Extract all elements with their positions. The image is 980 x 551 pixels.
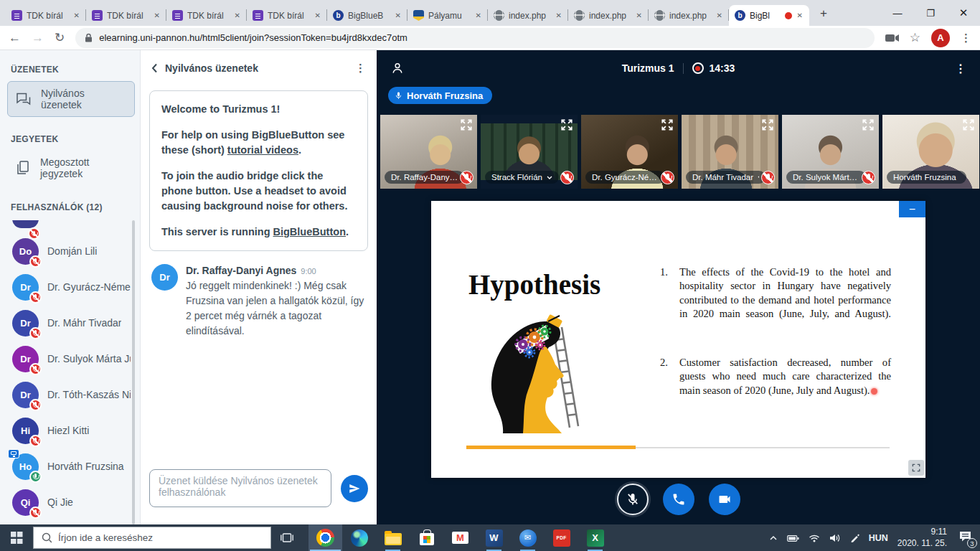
start-button[interactable]: [0, 524, 33, 551]
video-fullscreen-icon[interactable]: [760, 118, 775, 132]
user-list-item-partial[interactable]: [12, 220, 135, 233]
user-list-item[interactable]: Qi Qi Jie: [7, 484, 135, 520]
mute-button[interactable]: [617, 484, 649, 515]
message-input[interactable]: [149, 469, 331, 507]
tray-chevron-up-icon[interactable]: [769, 535, 778, 541]
bigbluebutton-link[interactable]: BigBlueButton: [273, 226, 346, 237]
tab-close-icon[interactable]: ✕: [314, 11, 321, 19]
omnibox[interactable]: elearning.uni-pannon.hu/html5client/join…: [75, 28, 875, 48]
tab-close-icon[interactable]: ✕: [716, 11, 723, 19]
browser-tab[interactable]: TDK bírál ✕: [247, 5, 327, 26]
taskbar-edge-icon[interactable]: [342, 524, 376, 551]
tab-close-icon[interactable]: ✕: [796, 11, 804, 19]
refresh-icon[interactable]: ↻: [55, 32, 65, 44]
browser-tab[interactable]: index.php ✕: [488, 5, 568, 26]
browser-tab[interactable]: Pályamu ✕: [407, 5, 488, 26]
hangup-phone-button[interactable]: [663, 484, 694, 515]
browser-tab[interactable]: index.php ✕: [649, 5, 729, 26]
taskbar-excel-icon[interactable]: [578, 524, 612, 551]
bookmark-star-icon[interactable]: ☆: [910, 32, 920, 44]
browser-tab[interactable]: TDK bírál ✕: [6, 5, 86, 26]
user-list-item[interactable]: Dr Dr. Gyurácz-Német…: [7, 269, 135, 305]
pen-icon[interactable]: [850, 533, 859, 542]
video-name-label[interactable]: Dr. Gyurácz-Né…: [585, 171, 665, 184]
taskbar-gmail-icon[interactable]: [443, 524, 477, 551]
tab-close-icon[interactable]: ✕: [555, 11, 562, 19]
talking-indicator-pill[interactable]: Horváth Fruzsina: [388, 87, 492, 104]
wifi-icon[interactable]: [809, 534, 820, 542]
browser-tab[interactable]: TDK bírál ✕: [166, 5, 247, 26]
sidebar-item-shared-notes[interactable]: Megosztott jegyzetek: [7, 151, 135, 185]
notification-center-icon[interactable]: 3: [959, 531, 971, 545]
video-fullscreen-icon[interactable]: [459, 118, 473, 132]
taskbar-word-icon[interactable]: [477, 524, 511, 551]
video-name-label[interactable]: Dr. Raffay-Dany…: [385, 171, 464, 184]
stage-menu-icon[interactable]: ⋮: [955, 62, 966, 75]
webcam-button[interactable]: [709, 484, 740, 515]
user-list-scrollbar[interactable]: [132, 220, 135, 524]
user-list-item[interactable]: Dr Dr. Máhr Tivadar: [7, 305, 135, 341]
user-list-item[interactable]: Hi Hiezl Kitti: [7, 413, 135, 448]
battery-icon[interactable]: [787, 534, 799, 542]
user-list-item[interactable]: Ho Horváth Fruzsina: [7, 448, 135, 484]
taskbar-thunderbird-icon[interactable]: [511, 524, 545, 551]
video-fullscreen-icon[interactable]: [961, 118, 976, 132]
taskbar-store-icon[interactable]: [410, 524, 443, 551]
tab-close-icon[interactable]: ✕: [395, 11, 402, 19]
meeting-stage: Turizmus 1 14:33 ⋮ Horváth Fruzsina: [377, 50, 980, 524]
media-camera-icon[interactable]: [885, 34, 899, 42]
tab-close-icon[interactable]: ✕: [475, 11, 482, 19]
profile-avatar[interactable]: A: [931, 29, 950, 47]
chevron-down-icon: [758, 176, 759, 179]
browser-menu-icon[interactable]: ⋮: [961, 32, 971, 44]
presentation-slide[interactable]: − Hypothesis: [431, 201, 925, 478]
tab-title: TDK bírál: [187, 11, 230, 21]
video-fullscreen-icon[interactable]: [560, 118, 574, 132]
tutorial-videos-link[interactable]: tutorial videos: [227, 144, 298, 156]
taskbar-file-explorer-icon[interactable]: [376, 524, 410, 551]
video-name-label[interactable]: Horváth Fruzsina: [887, 171, 966, 184]
browser-tab[interactable]: BigBlueB ✕: [327, 5, 407, 26]
video-name-label[interactable]: Dr. Máhr Tivadar: [686, 171, 765, 184]
user-name: Dr. Sulyok Márta Ju…: [47, 353, 131, 364]
chevron-left-icon[interactable]: [151, 63, 158, 73]
volume-icon[interactable]: [829, 534, 841, 542]
window-close-button[interactable]: ✕: [947, 0, 980, 26]
user-list-item[interactable]: Dr Dr. Sulyok Márta Ju…: [7, 341, 135, 377]
video-fullscreen-icon[interactable]: [861, 118, 875, 132]
tab-close-icon[interactable]: ✕: [154, 11, 161, 19]
taskbar-pdf-icon[interactable]: [545, 524, 578, 551]
send-button[interactable]: [341, 475, 368, 502]
window-minimize-button[interactable]: —: [881, 0, 914, 26]
new-tab-button[interactable]: +: [814, 4, 834, 24]
taskbar-search-input[interactable]: [58, 532, 263, 543]
presentation-fullscreen-button[interactable]: [908, 460, 924, 476]
browser-tab[interactable]: TDK bírál ✕: [86, 5, 166, 26]
video-name-label[interactable]: Strack Flórián: [485, 171, 559, 184]
video-fullscreen-icon[interactable]: [660, 118, 674, 132]
language-indicator[interactable]: HUN: [869, 533, 888, 543]
chat-menu-icon[interactable]: ⋮: [355, 62, 366, 75]
forward-icon[interactable]: →: [32, 32, 44, 44]
task-view-button[interactable]: [271, 524, 303, 551]
taskbar-apps: [308, 524, 612, 551]
user-avatar-initials: Dr: [20, 354, 30, 364]
taskbar-search[interactable]: [33, 527, 271, 549]
back-icon[interactable]: ←: [9, 32, 21, 44]
browser-tab[interactable]: index.php ✕: [568, 5, 649, 26]
sidebar-item-public-chat[interactable]: Nyilvános üzenetek: [7, 81, 135, 117]
user-list-item[interactable]: Dr Dr. Tóth-Kaszás Nik…: [7, 377, 135, 413]
public-chat-panel: Nyilvános üzenetek ⋮ Welcome to Turizmus…: [140, 50, 377, 524]
browser-tab[interactable]: BigBl ✕: [729, 5, 809, 26]
taskbar-chrome-icon[interactable]: [308, 524, 342, 551]
clock[interactable]: 9:11 2020. 11. 25.: [897, 527, 947, 549]
user-list-item[interactable]: Do Domján Lili: [7, 233, 135, 269]
tab-close-icon[interactable]: ✕: [234, 11, 241, 19]
video-name-label[interactable]: Dr. Sulyok Márt…: [786, 171, 866, 184]
meeting-topbar: ⋮: [377, 50, 980, 86]
minimize-presentation-button[interactable]: −: [899, 201, 925, 217]
tab-close-icon[interactable]: ✕: [636, 11, 643, 19]
notification-badge: 3: [967, 538, 977, 548]
window-maximize-button[interactable]: ❐: [914, 0, 947, 26]
tab-close-icon[interactable]: ✕: [73, 11, 80, 19]
